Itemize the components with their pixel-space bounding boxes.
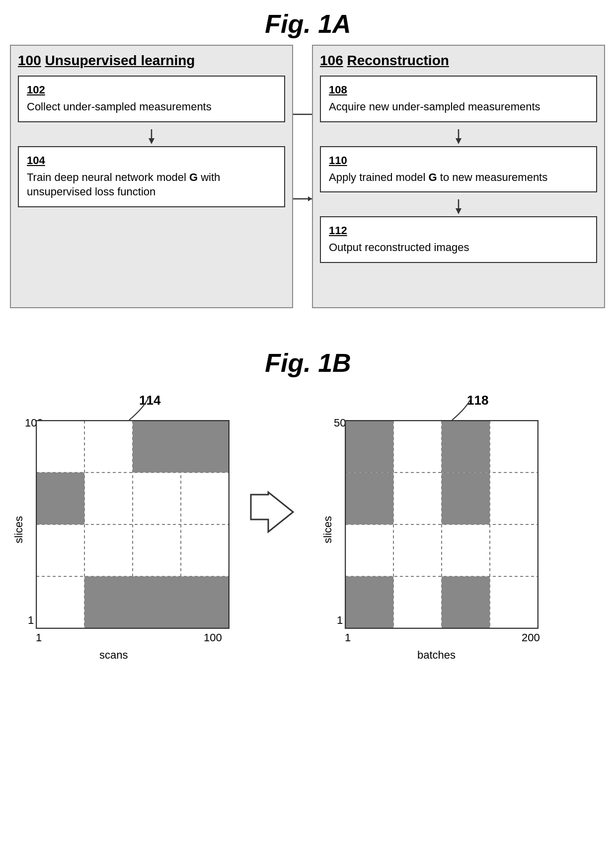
right-grid-canvas — [345, 420, 539, 629]
unsupervised-title: Unsupervised learning — [45, 53, 195, 68]
left-x-axis-label: scans — [99, 649, 128, 662]
box-102: 102 Collect under-sampled measurements — [18, 76, 285, 122]
ref-114: 114 — [139, 393, 160, 408]
svg-marker-1 — [149, 138, 154, 144]
svg-marker-5 — [456, 208, 462, 214]
unsupervised-learning-box: 100 Unsupervised learning 102 Collect un… — [10, 45, 293, 308]
fig1a-title: Fig. 1A — [0, 9, 616, 39]
right-y-axis-label: slices — [313, 522, 343, 535]
fig1b-title: Fig. 1B — [0, 348, 616, 378]
right-y-min: 1 — [337, 614, 343, 627]
unsupervised-label: 100 Unsupervised learning — [18, 53, 285, 69]
left-x-max: 100 — [204, 631, 222, 644]
box112-text: Output reconstructed images — [329, 241, 469, 254]
box110-text: Apply trained model G to new measurement… — [329, 171, 547, 183]
unsupervised-id: 100 — [18, 53, 41, 68]
box108-id: 108 — [329, 84, 588, 96]
box112-id: 112 — [329, 224, 588, 237]
ref-116: 116 — [253, 502, 275, 517]
reconstruction-label: 106 Reconstruction — [320, 53, 597, 69]
right-x-min: 1 — [345, 631, 351, 644]
arrow-108-110 — [320, 129, 597, 145]
right-y-max: 50 — [334, 417, 346, 429]
box-104: 104 Train deep neural network model G wi… — [18, 146, 285, 207]
right-x-max: 200 — [522, 631, 540, 644]
right-x-axis-label: batches — [417, 649, 456, 662]
box102-text: Collect under-sampled measurements — [27, 100, 212, 113]
left-grid-canvas — [36, 420, 230, 629]
ref-118: 118 — [467, 393, 488, 408]
svg-marker-8 — [308, 196, 312, 201]
left-x-min: 1 — [36, 631, 42, 644]
left-y-min: 1 — [28, 614, 34, 627]
fig1b-diagram-area: 114 100 1 1 100 slices scans 116 118 50 … — [0, 388, 616, 835]
box110-id: 110 — [329, 154, 588, 167]
box108-text: Acquire new under-sampled measurements — [329, 100, 540, 113]
reconstruction-title: Reconstruction — [347, 53, 449, 68]
arrow-110-112 — [320, 199, 597, 215]
arrow-102-104 — [18, 129, 285, 145]
box-112: 112 Output reconstructed images — [320, 216, 597, 263]
box-108: 108 Acquire new under-sampled measuremen… — [320, 76, 597, 122]
reconstruction-id: 106 — [320, 53, 343, 68]
reconstruction-box: 106 Reconstruction 108 Acquire new under… — [312, 45, 605, 308]
left-y-axis-label: slices — [4, 522, 34, 535]
box104-text: Train deep neural network model G with u… — [27, 171, 220, 198]
box104-id: 104 — [27, 154, 276, 167]
box-110: 110 Apply trained model G to new measure… — [320, 146, 597, 193]
box102-id: 102 — [27, 84, 276, 96]
svg-marker-3 — [456, 138, 462, 144]
